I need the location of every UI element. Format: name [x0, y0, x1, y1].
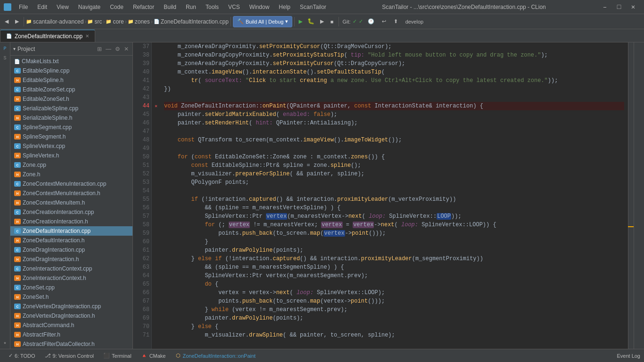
back-button[interactable]: ◀: [2, 16, 11, 28]
file-tree-item-ZoneCreationInteraction-h[interactable]: HZoneCreationInteraction.h: [10, 217, 132, 226]
file-tree-item-ZoneSet-cpp[interactable]: CZoneSet.cpp: [10, 283, 132, 292]
breadcrumb-file[interactable]: ZoneDefaultInteraction.cpp: [161, 18, 229, 25]
panel-settings-icon[interactable]: ⚙: [114, 46, 121, 52]
file-icon-cpp: C: [14, 162, 21, 168]
project-panel-toggle[interactable]: P: [1, 44, 9, 53]
menu-build[interactable]: Build: [160, 3, 180, 11]
git-revert-button[interactable]: ↩: [379, 16, 389, 28]
tab-bar: 📄 ZoneDefaultInteraction.cpp ✕: [0, 29, 644, 42]
file-tree-item-ZoneCreationInteraction-cpp[interactable]: CZoneCreationInteraction.cpp: [10, 207, 132, 217]
gutter-line-48: [152, 136, 160, 144]
git-branch-button[interactable]: develop: [403, 16, 427, 28]
file-tree-item-EditableZoneSet-h[interactable]: HEditableZoneSet.h: [10, 94, 132, 104]
file-tree-item-SplineVertex-cpp[interactable]: CSplineVertex.cpp: [10, 141, 132, 151]
file-tree-item-ZoneVertexDragInteraction-h[interactable]: HZoneVertexDragInteraction.h: [10, 311, 132, 321]
file-tree-item-SplineSegment-cpp[interactable]: CSplineSegment.cpp: [10, 123, 132, 132]
file-tree-item-ZoneDragInteraction-cpp[interactable]: CZoneDragInteraction.cpp: [10, 245, 132, 255]
file-icon-h: H: [14, 341, 21, 347]
file-tree-item-ZoneInteractionContext-h[interactable]: HZoneInteractionContext.h: [10, 273, 132, 283]
run-button[interactable]: ▶: [297, 17, 304, 25]
file-tree-item-EditableSpline-cpp[interactable]: CEditableSpline.cpp: [10, 66, 132, 75]
vertical-scrollbar[interactable]: [628, 42, 634, 349]
menu-file[interactable]: File: [15, 3, 32, 11]
file-name: EditableSpline.h: [23, 77, 64, 83]
tab-close-button[interactable]: ✕: [85, 33, 89, 39]
bottom-tab-version-control[interactable]: ⎇ 9: Version Control: [40, 349, 99, 362]
code-line-43: [164, 93, 624, 102]
bottom-tab-cmake[interactable]: 🔺 CMake: [136, 349, 171, 362]
menu-navigate[interactable]: Navigate: [74, 3, 104, 11]
file-tree-item-ZoneDefaultInteraction-cpp[interactable]: CZoneDefaultInteraction.cpp: [10, 226, 132, 236]
toolbar-separator-3: [294, 17, 295, 26]
favorites-panel-toggle[interactable]: ★: [1, 338, 9, 347]
file-tree-item-Zone-h[interactable]: HZone.h: [10, 170, 132, 179]
menu-scantailor[interactable]: ScanTailor: [296, 3, 330, 11]
file-icon-h: H: [14, 322, 21, 328]
breadcrumb-project[interactable]: scantailor-advanced: [33, 18, 83, 25]
gutter-line-56: [152, 204, 160, 212]
file-tree-item-SerializableSpline-cpp[interactable]: CSerializableSpline.cpp: [10, 104, 132, 113]
close-button[interactable]: ✕: [626, 0, 640, 14]
code-editor[interactable]: m_zoneAreaDragProximity.setProximityCurs…: [160, 42, 628, 349]
git-history-button[interactable]: 🕐: [365, 16, 377, 28]
stop-button[interactable]: ■: [328, 16, 337, 28]
forward-button[interactable]: ▶: [12, 16, 22, 28]
terminal-icon: ⬛: [103, 353, 110, 359]
code-line-41: tr( sourceText: "Click to start creating…: [164, 76, 624, 85]
panel-collapse-icon[interactable]: —: [105, 46, 112, 52]
menu-vcs[interactable]: VCS: [224, 3, 244, 11]
file-tree-item-ZoneVertexDragInteraction-cpp[interactable]: CZoneVertexDragInteraction.cpp: [10, 302, 132, 311]
menu-tools[interactable]: Tools: [202, 3, 223, 11]
event-log-button[interactable]: Event Log: [617, 353, 640, 359]
minimize-button[interactable]: –: [598, 0, 612, 14]
file-tree-item-SplineVertex-h[interactable]: HSplineVertex.h: [10, 151, 132, 160]
code-line-62: } else if (!interaction.captured() && in…: [164, 255, 624, 263]
current-function-indicator: ⬡ ZoneDefaultInteraction::onPaint: [176, 353, 256, 359]
menu-view[interactable]: View: [53, 3, 73, 11]
menu-code[interactable]: Code: [106, 3, 127, 11]
file-tree-item-EditableZoneSet-cpp[interactable]: CEditableZoneSet.cpp: [10, 85, 132, 94]
code-line-55: if (!interaction.captured() && interacti…: [164, 195, 624, 204]
file-tree-item-Zone-cpp[interactable]: CZone.cpp: [10, 160, 132, 170]
menu-window[interactable]: Window: [246, 3, 273, 11]
file-tree-item-ZoneDragInteraction-h[interactable]: HZoneDragInteraction.h: [10, 255, 132, 264]
menu-help[interactable]: Help: [275, 3, 294, 11]
file-tree-item-EditableSpline-h[interactable]: HEditableSpline.h: [10, 75, 132, 85]
file-tree-item-ZoneContextMenuInteraction-h[interactable]: HZoneContextMenuInteraction.h: [10, 189, 132, 198]
gutter-line-55: [152, 195, 160, 204]
run-with-coverage-button[interactable]: ▶︎: [317, 16, 327, 28]
file-icon-h: H: [14, 256, 21, 262]
file-tree-item-ZoneContextMenuInteraction-cpp[interactable]: CZoneContextMenuInteraction.cpp: [10, 179, 132, 189]
bottom-tab-todo[interactable]: ✓ 6: TODO: [4, 349, 40, 362]
file-tree-item-AbstractCommand-h[interactable]: HAbstractCommand.h: [10, 321, 132, 330]
build-all-button[interactable]: 🔨 Build All | Debug ▾: [233, 16, 293, 27]
file-icon-h: H: [14, 134, 21, 140]
file-tree-item-ZoneSet-h[interactable]: HZoneSet.h: [10, 292, 132, 302]
todo-icon: ✓: [8, 353, 13, 359]
file-tree-item-AbstractFilter-h[interactable]: HAbstractFilter.h: [10, 330, 132, 339]
menu-refactor[interactable]: Refactor: [129, 3, 158, 11]
git-push-button[interactable]: ⬆: [391, 16, 401, 28]
file-tree-item-ZoneDefaultInteraction-h[interactable]: HZoneDefaultInteraction.h: [10, 236, 132, 245]
tab-zone-default-interaction[interactable]: 📄 ZoneDefaultInteraction.cpp ✕: [0, 30, 95, 42]
file-tree-item-SplineSegment-h[interactable]: HSplineSegment.h: [10, 132, 132, 141]
maximize-button[interactable]: □: [612, 0, 626, 14]
panel-expand-icon[interactable]: ⊞: [96, 46, 103, 52]
bottom-tab-terminal[interactable]: ⬛ Terminal: [99, 349, 136, 362]
file-icon-cpp: C: [14, 266, 21, 272]
menu-run[interactable]: Run: [182, 3, 200, 11]
debug-button[interactable]: 🐛: [305, 18, 316, 25]
file-name: SplineVertex.h: [23, 152, 59, 159]
panel-close-icon[interactable]: ✕: [123, 46, 130, 52]
breadcrumb-src[interactable]: src: [94, 18, 102, 25]
file-tree-item-CMakeLists-txt[interactable]: 📄CMakeLists.txt: [10, 57, 132, 66]
menu-edit[interactable]: Edit: [33, 3, 51, 11]
file-tree-item-ZoneContextMenuItem-h[interactable]: HZoneContextMenuItem.h: [10, 198, 132, 207]
breadcrumb-zones[interactable]: zones: [135, 18, 150, 25]
tab-label: ZoneDefaultInteraction.cpp: [15, 33, 83, 40]
file-tree-item-SerializableSpline-h[interactable]: HSerializableSpline.h: [10, 113, 132, 123]
file-tree-item-AbstractFilterDataCollector-h[interactable]: HAbstractFilterDataCollector.h: [10, 339, 132, 349]
structure-panel-toggle[interactable]: S: [1, 54, 9, 62]
file-tree-item-ZoneInteractionContext-cpp[interactable]: CZoneInteractionContext.cpp: [10, 264, 132, 273]
breadcrumb-core[interactable]: core: [113, 18, 124, 25]
